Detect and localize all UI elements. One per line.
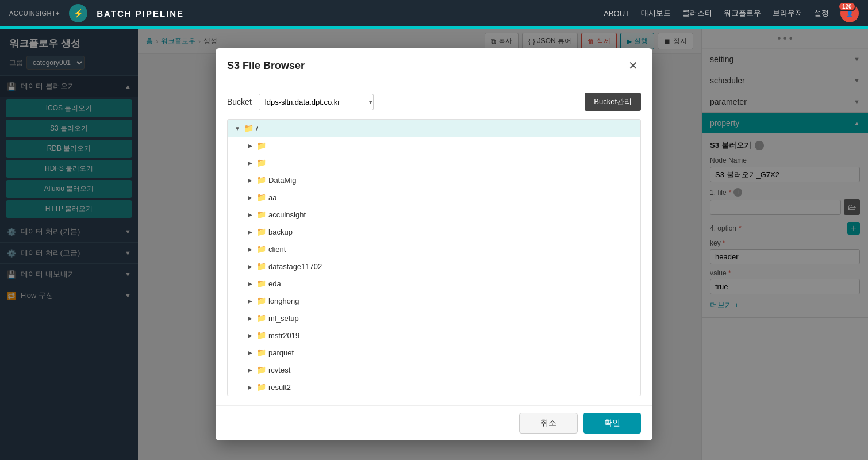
bucket-label: Bucket — [227, 97, 252, 106]
nav-workflow[interactable]: 워크플로우 — [724, 8, 761, 18]
topnav: ACCUINSIGHT+ ⚡ BATCH PIPELINE ABOUT 대시보드… — [0, 0, 868, 26]
eda-folder-icon: 📁 — [256, 262, 266, 271]
tree-item-unnamed[interactable]: ▶ 📁 — [228, 137, 640, 154]
tree-item-client[interactable]: ▶ 📁 backup — [228, 223, 640, 240]
datamig-arrow: ▶ — [246, 159, 254, 167]
parquet-arrow: ▶ — [246, 331, 254, 339]
backup-name: accuinsight — [268, 210, 306, 219]
tree-item-root[interactable]: ▼ 📁 / — [228, 120, 640, 137]
parquet-name: mstr2019 — [268, 331, 299, 340]
nav-cluster[interactable]: 클러스터 — [682, 8, 712, 18]
parquet-folder-icon: 📁 — [256, 331, 266, 340]
nav-settings[interactable]: 설정 — [814, 8, 829, 18]
file-tree: ▼ 📁 / ▶ 📁 ▶ 📁 — [227, 119, 641, 396]
aa-arrow: ▶ — [246, 176, 254, 184]
client-folder-icon: 📁 — [256, 227, 266, 236]
tree-item-datastage[interactable]: ▶ 📁 client — [228, 240, 640, 258]
accuinsight-name: aa — [268, 193, 276, 202]
modal-body: Bucket ldps-sltn.data.dpt.co.kr ▼ Bucket… — [216, 83, 652, 405]
tree-item-datamig[interactable]: ▶ 📁 — [228, 154, 640, 171]
result2-arrow: ▶ — [246, 366, 254, 374]
rcvtest-name: parquet — [268, 348, 294, 357]
tree-item-ml-setup[interactable]: ▶ 📁 longhong — [228, 292, 640, 309]
unnamed-arrow: ▶ — [246, 141, 254, 150]
result5-arrow: ▶ — [246, 383, 254, 391]
nav-about[interactable]: ABOUT — [604, 9, 629, 18]
eda-arrow: ▶ — [246, 262, 254, 270]
datamig-folder-icon: 📁 — [256, 158, 266, 167]
nav-browser[interactable]: 브라우저 — [773, 8, 802, 18]
tree-item-rcvtest[interactable]: ▶ 📁 parquet — [228, 344, 640, 361]
client-arrow: ▶ — [246, 228, 254, 236]
eda-name: datastage11702 — [268, 262, 322, 271]
modal-title: S3 File Browser — [227, 60, 305, 72]
tree-item-parquet[interactable]: ▶ 📁 mstr2019 — [228, 327, 640, 344]
tree-item-result5[interactable]: ▶ 📁 result2 — [228, 378, 640, 396]
result2-name: rcvtest — [268, 366, 290, 374]
ml-setup-arrow: ▶ — [246, 297, 254, 305]
rcvtest-folder-icon: 📁 — [256, 348, 266, 357]
tree-item-aa[interactable]: ▶ 📁 DataMig — [228, 171, 640, 189]
nav-items: ABOUT 대시보드 클러스터 워크플로우 브라우저 설정 120 👤 — [604, 4, 859, 22]
nav-dashboard[interactable]: 대시보드 — [641, 8, 671, 18]
datastage-name: client — [268, 245, 286, 254]
cancel-button[interactable]: 취소 — [519, 413, 578, 434]
brand-prefix: ACCUINSIGHT+ — [9, 10, 60, 17]
tree-item-result2[interactable]: ▶ 📁 rcvtest — [228, 361, 640, 378]
modal-footer: 취소 확인 — [216, 405, 652, 440]
datastage-arrow: ▶ — [246, 245, 254, 253]
longhong-arrow: ▶ — [246, 279, 254, 288]
result5-folder-icon: 📁 — [256, 382, 266, 392]
tree-item-backup[interactable]: ▶ 📁 accuinsight — [228, 206, 640, 223]
tree-item-eda[interactable]: ▶ 📁 datastage11702 — [228, 258, 640, 275]
ml-setup-name: longhong — [268, 297, 299, 305]
mstr2019-name: ml_setup — [268, 314, 299, 323]
accuinsight-arrow: ▶ — [246, 193, 254, 201]
mstr2019-arrow: ▶ — [246, 314, 254, 322]
brand-name: BATCH PIPELINE — [97, 9, 184, 18]
ml-setup-folder-icon: 📁 — [256, 296, 266, 305]
bucket-manage-button[interactable]: Bucket관리 — [585, 93, 641, 111]
accuinsight-folder-icon: 📁 — [256, 193, 266, 202]
modal-close-button[interactable]: ✕ — [625, 57, 641, 74]
longhong-name: eda — [268, 279, 281, 288]
longhong-folder-icon: 📁 — [256, 279, 266, 288]
unnamed-folder-icon: 📁 — [256, 141, 266, 150]
rcvtest-arrow: ▶ — [246, 348, 254, 356]
brand-icon: ⚡ — [69, 4, 87, 22]
bucket-row: Bucket ldps-sltn.data.dpt.co.kr ▼ Bucket… — [227, 93, 641, 111]
tree-item-longhong[interactable]: ▶ 📁 eda — [228, 275, 640, 292]
root-arrow: ▼ — [233, 124, 241, 132]
notification-badge: 120 — [838, 2, 856, 12]
result2-folder-icon: 📁 — [256, 365, 266, 374]
aa-folder-icon: 📁 — [256, 175, 266, 185]
avatar[interactable]: 120 👤 — [840, 4, 859, 22]
modal-header: S3 File Browser ✕ — [216, 48, 652, 83]
result5-name: result2 — [268, 383, 291, 392]
aa-name: DataMig — [268, 176, 296, 185]
main-layout: 워크플로우 생성 그룹 category001 💾 데이터 불러오기 ▲ ICO… — [0, 29, 868, 460]
tree-item-mstr2019[interactable]: ▶ 📁 ml_setup — [228, 309, 640, 327]
datastage-folder-icon: 📁 — [256, 244, 266, 254]
mstr2019-folder-icon: 📁 — [256, 313, 266, 323]
confirm-button[interactable]: 확인 — [583, 413, 641, 434]
bucket-select[interactable]: ldps-sltn.data.dpt.co.kr — [259, 94, 374, 110]
root-folder-icon: 📁 — [244, 124, 254, 133]
client-name: backup — [268, 228, 293, 236]
backup-arrow: ▶ — [246, 210, 254, 218]
modal-overlay: S3 File Browser ✕ Bucket ldps-sltn.data.… — [0, 29, 868, 460]
modal: S3 File Browser ✕ Bucket ldps-sltn.data.… — [216, 48, 652, 440]
tree-item-accuinsight[interactable]: ▶ 📁 aa — [228, 189, 640, 206]
backup-folder-icon: 📁 — [256, 210, 266, 219]
root-name: / — [256, 124, 258, 133]
